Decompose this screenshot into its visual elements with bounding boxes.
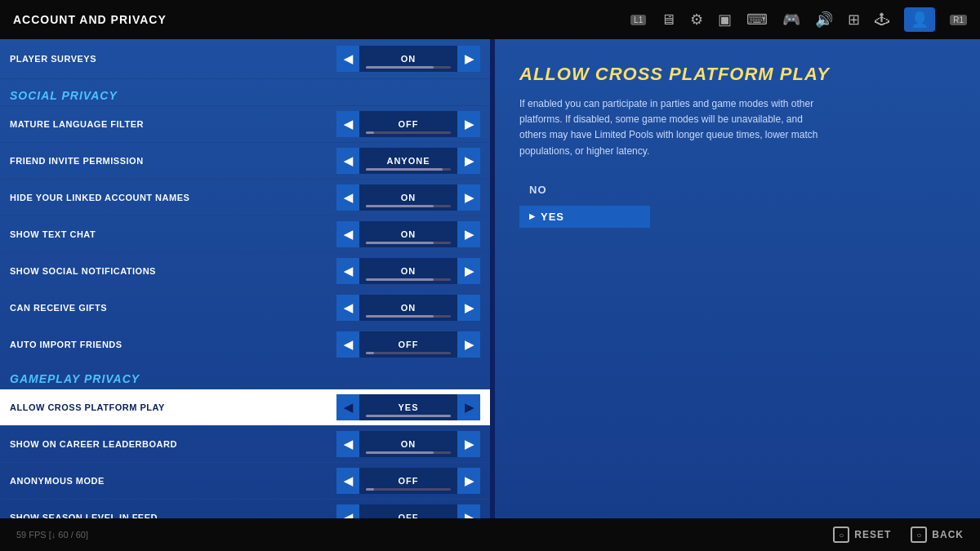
allow-cross-left[interactable]: ◀ [336,394,359,420]
anonymous-left[interactable]: ◀ [336,468,359,494]
bottom-bar: 59 FPS [↓ 60 / 60] ○ RESET ○ BACK [0,518,980,551]
keyboard-icon[interactable]: ⌨ [746,11,768,29]
show-social-left[interactable]: ◀ [336,258,359,284]
can-receive-gifts-value-box: ON [359,295,457,321]
allow-cross-value-box: YES [359,394,457,420]
auto-import-right[interactable]: ▶ [457,331,480,358]
show-text-chat-row[interactable]: SHOW TEXT CHAT ◀ ON ▶ [0,216,490,252]
can-receive-gifts-right[interactable]: ▶ [457,295,480,321]
show-text-chat-value: ON [401,229,416,239]
show-career-left[interactable]: ◀ [336,431,359,457]
reset-label: RESET [854,529,891,540]
friend-invite-permission-row[interactable]: FRIEND INVITE PERMISSION ◀ ANYONE ▶ [0,142,490,179]
hide-linked-accounts-control[interactable]: ◀ ON ▶ [336,184,480,211]
show-career-right[interactable]: ▶ [457,431,480,457]
mature-language-value-box: OFF [359,111,457,137]
show-season-left[interactable]: ◀ [336,504,359,518]
can-receive-gifts-left[interactable]: ◀ [336,295,359,321]
show-social-value-box: ON [359,258,457,284]
audio-icon[interactable]: 🔊 [815,11,833,29]
top-bar-icons: L1 🖥 ⚙ ▣ ⌨ 🎮 🔊 ⊞ 🕹 👤 R1 [630,7,967,32]
back-label: BACK [932,529,964,540]
anonymous-value-box: OFF [359,468,457,494]
back-action[interactable]: ○ BACK [911,527,964,543]
mature-language-left[interactable]: ◀ [336,111,359,137]
show-season-control[interactable]: ◀ OFF ▶ [336,504,480,518]
player-surveys-control[interactable]: ◀ ON ▶ [336,46,480,72]
bottom-actions: ○ RESET ○ BACK [833,527,964,543]
player-surveys-slider [366,66,451,69]
mature-language-filter-label: MATURE LANGUAGE FILTER [10,119,336,129]
hide-linked-accounts-row[interactable]: HIDE YOUR LINKED ACCOUNT NAMES ◀ ON ▶ [0,179,490,216]
mature-language-filter-row[interactable]: MATURE LANGUAGE FILTER ◀ OFF ▶ [0,105,490,142]
allow-cross-right[interactable]: ▶ [457,394,480,420]
show-season-right[interactable]: ▶ [457,504,480,518]
show-social-notifications-control[interactable]: ◀ ON ▶ [336,258,480,284]
can-receive-gifts-label: CAN RECEIVE GIFTS [10,303,336,313]
account-icon[interactable]: 👤 [904,7,935,32]
hide-linked-accounts-label: HIDE YOUR LINKED ACCOUNT NAMES [10,193,336,202]
network-icon[interactable]: ⊞ [848,11,860,29]
hide-linked-value-box: ON [359,184,457,211]
show-career-control[interactable]: ◀ ON ▶ [336,431,480,457]
can-receive-gifts-row[interactable]: CAN RECEIVE GIFTS ◀ ON ▶ [0,289,490,326]
gameplay-privacy-header: GAMEPLAY PRIVACY [0,362,490,389]
show-text-chat-value-box: ON [359,221,457,247]
show-career-leaderboard-row[interactable]: SHOW ON CAREER LEADERBOARD ◀ ON ▶ [0,425,490,462]
detail-option-yes[interactable]: YES [519,206,650,228]
hide-linked-right[interactable]: ▶ [457,184,480,211]
top-bar: ACCOUNT AND PRIVACY L1 🖥 ⚙ ▣ ⌨ 🎮 🔊 ⊞ 🕹 👤… [0,0,980,39]
settings-icon[interactable]: ⚙ [690,11,703,29]
friend-invite-right[interactable]: ▶ [457,148,480,174]
show-social-right[interactable]: ▶ [457,258,480,284]
controller-icon[interactable]: 🎮 [782,11,800,29]
show-career-value: ON [401,439,416,449]
show-text-chat-left[interactable]: ◀ [336,221,359,247]
display-icon[interactable]: ▣ [718,11,732,29]
monitor-icon[interactable]: 🖥 [661,11,675,29]
show-season-level-row[interactable]: SHOW SEASON LEVEL IN FEED ◀ OFF ▶ [0,499,490,518]
show-social-notifications-row[interactable]: SHOW SOCIAL NOTIFICATIONS ◀ ON ▶ [0,252,490,289]
mature-language-filter-control[interactable]: ◀ OFF ▶ [336,111,480,137]
show-text-chat-control[interactable]: ◀ ON ▶ [336,221,480,247]
allow-cross-platform-play-row[interactable]: ALLOW CROSS PLATFORM PLAY ◀ YES ▶ [0,389,490,425]
hide-linked-left[interactable]: ◀ [336,184,359,211]
gamepad-icon[interactable]: 🕹 [875,11,889,29]
show-career-leaderboard-label: SHOW ON CAREER LEADERBOARD [10,439,336,449]
auto-import-friends-row[interactable]: AUTO IMPORT FRIENDS ◀ OFF ▶ [0,326,490,362]
show-social-notifications-label: SHOW SOCIAL NOTIFICATIONS [10,266,336,276]
auto-import-friends-control[interactable]: ◀ OFF ▶ [336,331,480,358]
detail-options: NO YES [519,179,650,228]
detail-title: ALLOW CROSS PLATFORM PLAY [519,64,956,85]
anonymous-mode-control[interactable]: ◀ OFF ▶ [336,468,480,494]
friend-invite-permission-label: FRIEND INVITE PERMISSION [10,156,336,166]
show-career-value-box: ON [359,431,457,457]
anonymous-right[interactable]: ▶ [457,468,480,494]
show-season-value: OFF [399,513,419,518]
show-season-value-box: OFF [359,504,457,518]
friend-invite-value: ANYONE [386,156,430,166]
anonymous-mode-row[interactable]: ANONYMOUS MODE ◀ OFF ▶ [0,462,490,499]
friend-invite-permission-control[interactable]: ◀ ANYONE ▶ [336,148,480,174]
player-surveys-row[interactable]: PLAYER SURVEYS ◀ ON ▶ [0,39,490,79]
player-surveys-left-arrow[interactable]: ◀ [336,46,359,72]
allow-cross-platform-control[interactable]: ◀ YES ▶ [336,394,480,420]
player-surveys-right-arrow[interactable]: ▶ [457,46,480,72]
reset-action[interactable]: ○ RESET [833,527,891,543]
allow-cross-value: YES [398,402,418,412]
r1-badge: R1 [950,15,967,25]
show-text-chat-label: SHOW TEXT CHAT [10,229,336,239]
show-text-chat-right[interactable]: ▶ [457,221,480,247]
auto-import-left[interactable]: ◀ [336,331,359,358]
friend-invite-value-box: ANYONE [359,148,457,174]
mature-language-right[interactable]: ▶ [457,111,480,137]
anonymous-value: OFF [399,476,419,486]
l1-badge: L1 [630,15,646,25]
friend-invite-left[interactable]: ◀ [336,148,359,174]
mature-language-value: OFF [399,119,419,129]
can-receive-gifts-control[interactable]: ◀ ON ▶ [336,295,480,321]
back-icon: ○ [911,527,927,543]
detail-option-no[interactable]: NO [519,179,650,201]
right-panel: ALLOW CROSS PLATFORM PLAY If enabled you… [495,39,980,518]
left-panel: PLAYER SURVEYS ◀ ON ▶ SOCIAL PRIVACY MAT… [0,39,490,518]
